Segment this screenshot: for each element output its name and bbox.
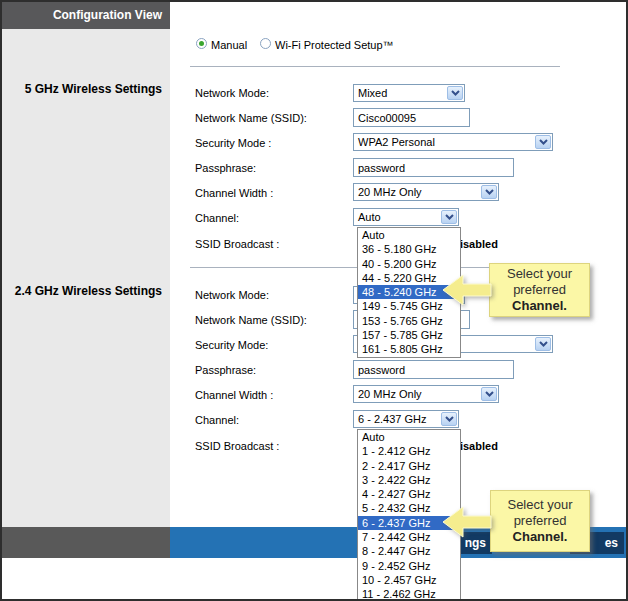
network-mode-label-5ghz: Network Mode: bbox=[195, 87, 269, 99]
callout-arrow-icon bbox=[442, 505, 492, 539]
chevron-down-icon[interactable] bbox=[441, 412, 457, 426]
channel-option[interactable]: Auto bbox=[358, 430, 460, 444]
callout-arrow-icon bbox=[442, 273, 492, 307]
bottom-gray-bar bbox=[2, 527, 170, 558]
chevron-down-icon[interactable] bbox=[535, 337, 551, 351]
channel-option[interactable]: 3 - 2.422 GHz bbox=[358, 473, 460, 487]
channel-option[interactable]: 1 - 2.412 GHz bbox=[358, 444, 460, 458]
separator-top bbox=[190, 66, 560, 67]
channel-width-select-5ghz[interactable]: 20 MHz Only bbox=[353, 183, 499, 201]
ssid-label-5ghz: Network Name (SSID): bbox=[195, 112, 307, 124]
wps-radio-label[interactable]: Wi-Fi Protected Setup™ bbox=[275, 39, 394, 51]
chevron-down-icon[interactable] bbox=[441, 210, 457, 224]
channel-option[interactable]: 11 - 2.462 GHz bbox=[358, 587, 460, 601]
channel-option[interactable]: 9 - 2.452 GHz bbox=[358, 559, 460, 573]
manual-radio[interactable] bbox=[196, 38, 207, 49]
channel-option[interactable]: 4 - 2.427 GHz bbox=[358, 487, 460, 501]
chevron-down-icon[interactable] bbox=[447, 86, 463, 100]
manual-radio-label[interactable]: Manual bbox=[211, 39, 247, 51]
configuration-view-window: Configuration View 5 GHz Wireless Settin… bbox=[0, 0, 628, 601]
network-mode-label-24ghz: Network Mode: bbox=[195, 289, 269, 301]
channel-option[interactable]: 8 - 2.447 GHz bbox=[358, 544, 460, 558]
passphrase-input-5ghz[interactable] bbox=[353, 158, 514, 177]
channel-option[interactable]: 161 - 5.805 GHz bbox=[358, 342, 460, 356]
channel-select-5ghz[interactable]: Auto bbox=[353, 208, 459, 226]
chevron-down-icon[interactable] bbox=[535, 135, 551, 149]
channel-width-label-5ghz: Channel Width : bbox=[195, 187, 273, 199]
callout-5ghz: Select your preferred Channel. bbox=[489, 263, 590, 317]
ssid-label-24ghz: Network Name (SSID): bbox=[195, 314, 307, 326]
callout-line: Select your bbox=[490, 266, 589, 282]
callout-line: Select your bbox=[491, 497, 589, 513]
channel-option[interactable]: 10 - 2.457 GHz bbox=[358, 573, 460, 587]
security-mode-label-24ghz: Security Mode: bbox=[195, 339, 268, 351]
wps-radio[interactable] bbox=[260, 38, 271, 49]
callout-line-bold: Channel. bbox=[491, 529, 589, 545]
passphrase-label-24ghz: Passphrase: bbox=[195, 364, 256, 376]
section-label-24ghz: 2.4 GHz Wireless Settings bbox=[2, 284, 170, 298]
ssid-broadcast-label-24ghz: SSID Broadcast : bbox=[195, 440, 279, 452]
channel-option[interactable]: 153 - 5.765 GHz bbox=[358, 314, 460, 328]
channel-option[interactable]: 2 - 2.417 GHz bbox=[358, 459, 460, 473]
passphrase-label-5ghz: Passphrase: bbox=[195, 162, 256, 174]
channel-width-select-24ghz[interactable]: 20 MHz Only bbox=[353, 385, 499, 403]
channel-width-label-24ghz: Channel Width : bbox=[195, 389, 273, 401]
channel-option[interactable]: 157 - 5.785 GHz bbox=[358, 328, 460, 342]
channel-select-24ghz[interactable]: 6 - 2.437 GHz bbox=[353, 410, 459, 428]
channel-option[interactable]: 40 - 5.200 GHz bbox=[358, 257, 460, 271]
page-title: Configuration View bbox=[2, 2, 170, 29]
callout-line-bold: Channel. bbox=[490, 298, 589, 314]
chevron-down-icon[interactable] bbox=[481, 185, 497, 199]
sidebar bbox=[2, 2, 170, 527]
channel-label-24ghz: Channel: bbox=[195, 414, 239, 426]
chevron-down-icon[interactable] bbox=[481, 387, 497, 401]
callout-line: preferred bbox=[491, 513, 589, 529]
passphrase-input-24ghz[interactable] bbox=[353, 360, 514, 379]
callout-line: preferred bbox=[490, 282, 589, 298]
ssid-broadcast-label-5ghz: SSID Broadcast : bbox=[195, 238, 279, 250]
section-label-5ghz: 5 GHz Wireless Settings bbox=[2, 82, 170, 96]
security-mode-select-5ghz[interactable]: WPA2 Personal bbox=[353, 133, 553, 151]
security-mode-label-5ghz: Security Mode : bbox=[195, 137, 271, 149]
channel-option[interactable]: 36 - 5.180 GHz bbox=[358, 242, 460, 256]
channel-label-5ghz: Channel: bbox=[195, 212, 239, 224]
network-mode-select-5ghz[interactable]: Mixed bbox=[353, 84, 465, 102]
ssid-input-5ghz[interactable] bbox=[353, 108, 470, 127]
callout-24ghz: Select your preferred Channel. bbox=[490, 490, 590, 552]
channel-option[interactable]: Auto bbox=[358, 228, 460, 242]
